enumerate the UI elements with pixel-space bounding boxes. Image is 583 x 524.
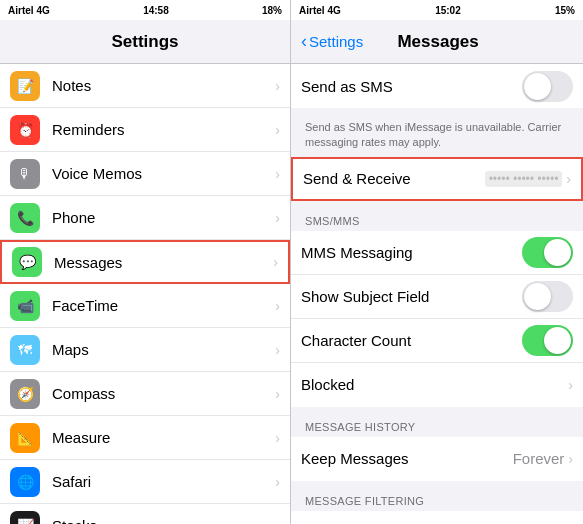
character-count-label: Character Count: [301, 332, 522, 349]
settings-item-notes[interactable]: 📝 Notes ›: [0, 64, 290, 108]
msg-group-message-filtering-section: Unknown & Spam ›: [291, 511, 583, 524]
settings-item-stocks[interactable]: 📈 Stocks ›: [0, 504, 290, 524]
back-label: Settings: [309, 33, 363, 50]
settings-item-reminders[interactable]: ⏰ Reminders ›: [0, 108, 290, 152]
msg-item-mms-messaging: MMS Messaging: [291, 231, 583, 275]
right-network: 4G: [328, 5, 341, 16]
messages-list: Send as SMS Send as SMS when iMessage is…: [291, 64, 583, 524]
maps-icon: 🗺: [10, 335, 40, 365]
send-as-sms-toggle-thumb: [524, 73, 551, 100]
left-battery: 18%: [262, 5, 282, 16]
left-panel: Airtel 4G 14:58 18% Settings 📝 Notes › ⏰…: [0, 0, 291, 524]
voice-memos-icon: 🎙: [10, 159, 40, 189]
section-header-message-filtering-section: MESSAGE FILTERING: [291, 489, 583, 511]
phone-icon: 📞: [10, 203, 40, 233]
messages-icon: 💬: [12, 247, 42, 277]
mms-messaging-toggle[interactable]: [522, 237, 573, 268]
section-header-message-history-section: MESSAGE HISTORY: [291, 415, 583, 437]
facetime-chevron-icon: ›: [275, 298, 280, 314]
msg-item-blocked[interactable]: Blocked ›: [291, 363, 583, 407]
right-status-left: Airtel 4G: [299, 5, 341, 16]
left-status-left: Airtel 4G: [8, 5, 50, 16]
maps-label: Maps: [52, 341, 275, 358]
phone-label: Phone: [52, 209, 275, 226]
left-status-right: 18%: [262, 5, 282, 16]
notes-label: Notes: [52, 77, 275, 94]
maps-chevron-icon: ›: [275, 342, 280, 358]
mms-messaging-toggle-thumb: [544, 239, 571, 266]
safari-icon: 🌐: [10, 467, 40, 497]
messages-chevron-icon: ›: [273, 254, 278, 270]
settings-item-phone[interactable]: 📞 Phone ›: [0, 196, 290, 240]
send-as-sms-label: Send as SMS: [301, 78, 522, 95]
compass-icon: 🧭: [10, 379, 40, 409]
msg-group-message-history-section: Keep Messages Forever›: [291, 437, 583, 481]
notes-chevron-icon: ›: [275, 78, 280, 94]
character-count-toggle[interactable]: [522, 325, 573, 356]
settings-item-maps[interactable]: 🗺 Maps ›: [0, 328, 290, 372]
msg-item-show-subject-field: Show Subject Field: [291, 275, 583, 319]
settings-item-facetime[interactable]: 📹 FaceTime ›: [0, 284, 290, 328]
voice-memos-label: Voice Memos: [52, 165, 275, 182]
msg-group-imessage-section: Send as SMS: [291, 64, 583, 108]
mms-messaging-label: MMS Messaging: [301, 244, 522, 261]
measure-chevron-icon: ›: [275, 430, 280, 446]
right-nav-bar: ‹ Settings Messages: [291, 20, 583, 64]
character-count-toggle-thumb: [544, 327, 571, 354]
blocked-label: Blocked: [301, 376, 568, 393]
send-receive-value: ••••• ••••• •••••: [485, 171, 563, 187]
voice-memos-chevron-icon: ›: [275, 166, 280, 182]
settings-item-compass[interactable]: 🧭 Compass ›: [0, 372, 290, 416]
keep-messages-value: Forever: [513, 450, 565, 467]
show-subject-field-toggle-thumb: [524, 283, 551, 310]
right-panel: Airtel 4G 15:02 15% ‹ Settings Messages …: [291, 0, 583, 524]
messages-label: Messages: [54, 254, 273, 271]
stocks-icon: 📈: [10, 511, 40, 525]
facetime-icon: 📹: [10, 291, 40, 321]
send-as-sms-toggle[interactable]: [522, 71, 573, 102]
msg-item-unknown-spam[interactable]: Unknown & Spam ›: [291, 511, 583, 524]
msg-item-keep-messages[interactable]: Keep Messages Forever›: [291, 437, 583, 481]
right-battery: 15%: [555, 5, 575, 16]
settings-item-safari[interactable]: 🌐 Safari ›: [0, 460, 290, 504]
right-carrier: Airtel: [299, 5, 325, 16]
send-receive-label: Send & Receive: [303, 170, 485, 187]
left-network: 4G: [37, 5, 50, 16]
safari-chevron-icon: ›: [275, 474, 280, 490]
safari-label: Safari: [52, 473, 275, 490]
back-chevron-icon: ‹: [301, 31, 307, 52]
settings-item-measure[interactable]: 📐 Measure ›: [0, 416, 290, 460]
left-carrier: Airtel: [8, 5, 34, 16]
settings-item-voice-memos[interactable]: 🎙 Voice Memos ›: [0, 152, 290, 196]
reminders-icon: ⏰: [10, 115, 40, 145]
msg-group-sms-mms-section: MMS Messaging Show Subject Field Charact…: [291, 231, 583, 407]
keep-messages-label: Keep Messages: [301, 450, 513, 467]
back-button[interactable]: ‹ Settings: [301, 31, 363, 52]
compass-label: Compass: [52, 385, 275, 402]
left-nav-bar: Settings: [0, 20, 290, 64]
notes-icon: 📝: [10, 71, 40, 101]
settings-group-1: 📝 Notes › ⏰ Reminders › 🎙 Voice Memos › …: [0, 64, 290, 524]
keep-messages-chevron-icon: ›: [568, 451, 573, 467]
compass-chevron-icon: ›: [275, 386, 280, 402]
msg-item-send-receive[interactable]: Send & Receive ••••• ••••• •••••›: [291, 157, 583, 201]
settings-list: 📝 Notes › ⏰ Reminders › 🎙 Voice Memos › …: [0, 64, 290, 524]
right-status-right: 15%: [555, 5, 575, 16]
settings-item-messages[interactable]: 💬 Messages ›: [0, 240, 290, 284]
phone-chevron-icon: ›: [275, 210, 280, 226]
send-receive-chevron-icon: ›: [566, 171, 571, 187]
left-title: Settings: [111, 32, 178, 52]
msg-item-send-as-sms: Send as SMS: [291, 64, 583, 108]
measure-icon: 📐: [10, 423, 40, 453]
right-title: Messages: [363, 32, 513, 52]
right-status-bar: Airtel 4G 15:02 15%: [291, 0, 583, 20]
show-subject-field-label: Show Subject Field: [301, 288, 522, 305]
section-header-sms-mms-section: SMS/MMS: [291, 209, 583, 231]
left-status-bar: Airtel 4G 14:58 18%: [0, 0, 290, 20]
show-subject-field-toggle[interactable]: [522, 281, 573, 312]
reminders-chevron-icon: ›: [275, 122, 280, 138]
stocks-chevron-icon: ›: [275, 518, 280, 525]
section-footer-imessage-section: Send as SMS when iMessage is unavailable…: [291, 116, 583, 157]
left-time: 14:58: [143, 5, 169, 16]
right-time: 15:02: [435, 5, 461, 16]
